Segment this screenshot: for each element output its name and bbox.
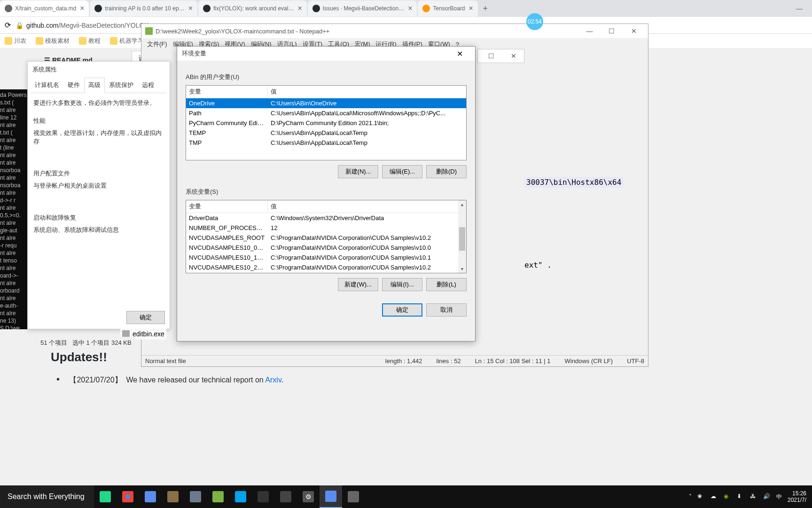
taskbar-app-active[interactable] xyxy=(320,485,342,508)
tab-fix-yolox[interactable]: fix(YOLOX): work around eval… × xyxy=(198,0,307,16)
close-icon[interactable]: × xyxy=(408,4,412,13)
reload-icon[interactable]: ⟳ xyxy=(5,21,11,30)
scroll-up-icon[interactable]: ▴ xyxy=(458,200,466,208)
col-value[interactable]: 值 xyxy=(268,200,466,213)
bookmark-item[interactable]: 川农 xyxy=(5,37,26,45)
taskbar-app-settings[interactable]: ⚙ xyxy=(297,485,320,508)
delete-user-var-button[interactable]: 删除(D) xyxy=(426,165,467,178)
release-note: • 【2021/07/20】 We have released our tech… xyxy=(56,374,283,385)
taskbar-app[interactable] xyxy=(207,485,229,508)
close-icon[interactable]: × xyxy=(297,4,302,13)
env-var-row[interactable]: NUMBER_OF_PROCESSORS12 xyxy=(186,223,466,233)
close-icon[interactable]: × xyxy=(80,4,84,13)
bookmark-item[interactable]: 机器学习 xyxy=(110,37,144,45)
new-tab-button[interactable]: + xyxy=(479,2,492,15)
delete-sys-var-button[interactable]: 删除(L) xyxy=(426,278,467,291)
sysprop-tab[interactable]: 高级 xyxy=(84,78,105,93)
env-var-row[interactable]: PyCharm Community EditionD:\PyCharm Comm… xyxy=(186,118,466,128)
status-filetype: Normal text file xyxy=(145,357,186,365)
maximize-button[interactable]: ☐ xyxy=(601,24,622,38)
tab-issues[interactable]: Issues · Megvii-BaseDetection… × xyxy=(308,0,417,16)
arxiv-link[interactable]: Arxiv xyxy=(265,376,281,384)
env-var-row[interactable]: DriverDataC:\Windows\System32\Drivers\Dr… xyxy=(186,213,466,223)
maximize-button[interactable]: ☐ xyxy=(481,52,502,60)
new-user-var-button[interactable]: 新建(N)... xyxy=(338,165,378,178)
taskbar-app[interactable] xyxy=(162,485,184,508)
tray-network-icon[interactable]: 🖧 xyxy=(750,493,757,500)
sys-vars-table[interactable]: 变量 值 DriverDataC:\Windows\System32\Drive… xyxy=(186,200,467,273)
taskbar-search[interactable]: Search with Everything xyxy=(0,485,94,508)
tab-title: X/train_custom_data.md xyxy=(15,5,76,12)
sysprop-tab[interactable]: 远程 xyxy=(138,78,158,93)
sysprop-tabs: 计算机名硬件高级系统保护远程 xyxy=(31,78,167,93)
ok-button[interactable]: 确定 xyxy=(382,303,422,317)
npp-menu-item[interactable]: 文件(F) xyxy=(144,38,170,50)
taskbar-app[interactable] xyxy=(184,485,207,508)
ok-button[interactable]: 确定 xyxy=(126,311,165,324)
system-tray[interactable]: ˄ ❀ ☁ ◉ ⬇ 🖧 🔊 中 15:26 2021/7/ xyxy=(689,490,812,503)
close-button[interactable]: ✕ xyxy=(449,49,470,58)
tray-icon[interactable]: ☁ xyxy=(710,493,718,500)
bookmark-item[interactable]: 模板素材 xyxy=(36,37,70,45)
taskbar-app[interactable] xyxy=(139,485,162,508)
explorer-statusbar: 51 个项目 选中 1 个项目 324 KB xyxy=(37,337,135,349)
col-variable[interactable]: 变量 xyxy=(186,200,268,213)
user-vars-table[interactable]: 变量 值 OneDriveC:\Users\ABin\OneDrivePathC… xyxy=(186,85,467,160)
env-var-row[interactable]: PathC:\Users\ABin\AppData\Local\Microsof… xyxy=(186,108,466,118)
close-button[interactable]: ✕ xyxy=(623,24,644,38)
env-var-row[interactable]: OSWindows_NT xyxy=(186,272,466,273)
tab-training-ap[interactable]: trainning AP is 0.0 after 10 ep… × xyxy=(90,0,197,16)
env-var-row[interactable]: NVCUDASAMPLES_ROOTC:\ProgramData\NVIDIA … xyxy=(186,233,466,243)
timer-badge: 02:54 xyxy=(526,13,543,30)
folder-icon xyxy=(36,37,43,45)
sysprop-tab[interactable]: 系统保护 xyxy=(105,78,138,93)
cancel-button[interactable]: 取消 xyxy=(426,303,467,317)
taskbar-app[interactable] xyxy=(229,485,252,508)
tab-train-custom[interactable]: X/train_custom_data.md × xyxy=(0,0,89,16)
taskbar-app[interactable] xyxy=(274,485,297,508)
env-var-row[interactable]: TEMPC:\Users\ABin\AppData\Local\Temp xyxy=(186,128,466,138)
tray-chevron-icon[interactable]: ˄ xyxy=(689,493,692,500)
edit-user-var-button[interactable]: 编辑(E)... xyxy=(382,165,422,178)
profile-desc: 与登录帐户相关的桌面设置 xyxy=(33,182,164,190)
scroll-thumb[interactable] xyxy=(459,227,465,251)
tab-tensorboard[interactable]: TensorBoard × xyxy=(418,0,477,16)
col-variable[interactable]: 变量 xyxy=(186,86,268,98)
env-var-row[interactable]: NVCUDASAMPLES10_2_RO...C:\ProgramData\NV… xyxy=(186,262,466,272)
minimize-icon[interactable]: — xyxy=(796,5,803,12)
sysprop-tab[interactable]: 计算机名 xyxy=(31,78,63,93)
new-sys-var-button[interactable]: 新建(W)... xyxy=(338,278,378,291)
notepadpp-icon xyxy=(145,27,153,35)
scroll-down-icon[interactable]: ▾ xyxy=(458,265,466,273)
close-icon[interactable]: × xyxy=(469,4,473,13)
taskbar-app-terminal[interactable] xyxy=(252,485,274,508)
env-var-row[interactable]: TMPC:\Users\ABin\AppData\Local\Temp xyxy=(186,138,466,148)
tray-nvidia-icon[interactable]: ◉ xyxy=(724,493,731,500)
sysprop-tab[interactable]: 硬件 xyxy=(63,78,84,93)
envdlg-titlebar[interactable]: 环境变量 ✕ xyxy=(177,47,475,61)
edit-sys-var-button[interactable]: 编辑(I)... xyxy=(382,278,422,291)
close-button[interactable]: ✕ xyxy=(503,52,524,60)
tray-icon[interactable]: ❀ xyxy=(697,493,705,500)
ime-indicator[interactable]: 中 xyxy=(776,493,782,501)
bookmark-item[interactable]: 教程 xyxy=(79,37,101,45)
close-icon[interactable]: × xyxy=(188,4,193,13)
status-length: length : 1,442 xyxy=(385,357,422,365)
col-value[interactable]: 值 xyxy=(268,86,466,98)
taskbar-clock[interactable]: 15:26 2021/7/ xyxy=(788,490,806,503)
env-var-row[interactable]: NVCUDASAMPLES10_0_RO...C:\ProgramData\NV… xyxy=(186,243,466,253)
tray-volume-icon[interactable]: 🔊 xyxy=(763,493,771,500)
npp-title-text: D:\week2\Week2_yolox\YOLOX-main\command.… xyxy=(156,28,579,35)
taskbar-app[interactable] xyxy=(342,485,365,508)
env-var-row[interactable]: OneDriveC:\Users\ABin\OneDrive xyxy=(186,98,466,108)
taskbar-app-chrome[interactable] xyxy=(117,485,139,508)
scrollbar[interactable]: ▴ ▾ xyxy=(458,200,466,273)
npp-titlebar[interactable]: D:\week2\Week2_yolox\YOLOX-main\command.… xyxy=(141,24,648,38)
minimize-button[interactable]: — xyxy=(579,24,600,38)
env-var-row[interactable]: NVCUDASAMPLES10_1_RO...C:\ProgramData\NV… xyxy=(186,253,466,262)
taskbar-app-pycharm[interactable] xyxy=(94,485,117,508)
var-value: C:\Users\ABin\OneDrive xyxy=(268,99,466,107)
updates-heading: Updates!! xyxy=(51,350,107,365)
tray-icon[interactable]: ⬇ xyxy=(737,493,744,500)
status-position: Ln : 15 Col : 108 Sel : 11 | 1 xyxy=(475,357,551,365)
